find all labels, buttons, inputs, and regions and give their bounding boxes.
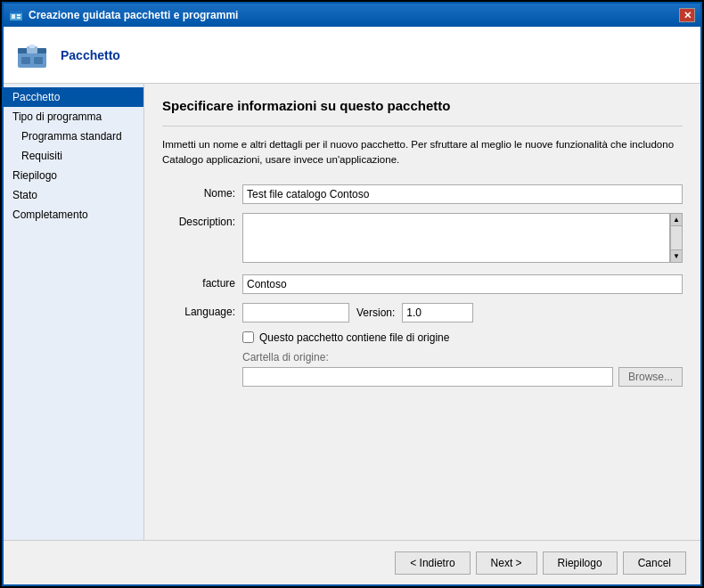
inline-fields: Version: [242, 303, 683, 323]
sidebar-item-riepilogo[interactable]: Riepilogo [4, 166, 143, 185]
facture-label: facture [162, 274, 242, 290]
language-version-field: Version: [242, 303, 683, 323]
sidebar-item-tipo-programma[interactable]: Tipo di programma [4, 107, 143, 127]
description-group: Description: ▲ ▼ [162, 213, 683, 265]
source-files-checkbox[interactable] [242, 331, 254, 343]
sidebar-item-requisiti[interactable]: Requisiti [4, 146, 143, 166]
svg-rect-4 [17, 17, 20, 19]
close-button[interactable]: ✕ [679, 8, 695, 22]
svg-rect-10 [34, 57, 43, 64]
nome-input[interactable] [242, 184, 683, 204]
facture-field [242, 274, 683, 294]
description-input[interactable] [242, 213, 670, 263]
next-button[interactable]: Next > [476, 551, 537, 575]
divider [162, 126, 683, 127]
description-field: ▲ ▼ [242, 213, 683, 265]
main-content: Specificare informazioni su questo pacch… [144, 84, 700, 540]
content-area: Pacchetto Tipo di programma Programma st… [4, 84, 700, 540]
window-icon [9, 8, 23, 22]
scrollbar-up[interactable]: ▲ [671, 214, 682, 226]
svg-rect-3 [17, 14, 20, 16]
main-window: Creazione guidata pacchetti e programmi … [2, 2, 702, 586]
nome-group: Nome: [162, 184, 683, 204]
nome-field [242, 184, 683, 204]
header-title: Pacchetto [61, 48, 120, 62]
sidebar: Pacchetto Tipo di programma Programma st… [4, 84, 144, 540]
facture-group: facture [162, 274, 683, 294]
page-title: Specificare informazioni su questo pacch… [162, 98, 683, 113]
back-button[interactable]: < Indietro [395, 551, 470, 575]
sidebar-item-programma-standard[interactable]: Programma standard [4, 127, 143, 146]
title-bar-text: Creazione guidata pacchetti e programmi [29, 9, 238, 21]
language-label: Language: [162, 303, 242, 318]
description-scroll-container: ▲ ▼ [242, 213, 683, 265]
header-area: Pacchetto [4, 27, 700, 84]
source-folder-label: Cartella di origine: [242, 351, 683, 363]
checkbox-row: Questo pacchetto contiene file di origin… [242, 331, 683, 344]
sidebar-item-stato[interactable]: Stato [4, 185, 143, 205]
svg-rect-8 [29, 45, 35, 48]
browse-button[interactable]: Browse... [618, 367, 683, 387]
source-folder-input[interactable] [242, 367, 613, 387]
facture-input[interactable] [242, 274, 683, 294]
summary-button[interactable]: Riepilogo [543, 551, 618, 575]
info-text: Immetti un nome e altri dettagli per il … [162, 137, 683, 168]
sidebar-item-pacchetto[interactable]: Pacchetto [4, 87, 143, 107]
nome-label: Nome: [162, 184, 242, 200]
package-icon [14, 37, 50, 73]
svg-rect-9 [21, 57, 30, 64]
language-version-group: Language: Version: [162, 303, 683, 323]
footer: < Indietro Next > Riepilogo Cancel [4, 540, 700, 584]
sidebar-item-completamento[interactable]: Completamento [4, 205, 143, 225]
source-folder-row: Browse... [242, 367, 683, 387]
description-scrollbar: ▲ ▼ [670, 213, 683, 263]
title-bar-left: Creazione guidata pacchetti e programmi [9, 8, 238, 22]
scrollbar-down[interactable]: ▼ [671, 249, 682, 262]
title-bar: Creazione guidata pacchetti e programmi … [4, 4, 700, 27]
description-label: Description: [162, 213, 242, 228]
svg-rect-1 [10, 11, 22, 13]
cancel-button[interactable]: Cancel [623, 551, 686, 575]
checkbox-label: Questo pacchetto contiene file di origin… [259, 331, 449, 344]
version-input[interactable] [402, 303, 473, 323]
svg-rect-2 [12, 14, 15, 19]
version-label: Version: [356, 306, 395, 319]
source-folder-section: Cartella di origine: Browse... [242, 351, 683, 387]
language-input[interactable] [242, 303, 349, 323]
